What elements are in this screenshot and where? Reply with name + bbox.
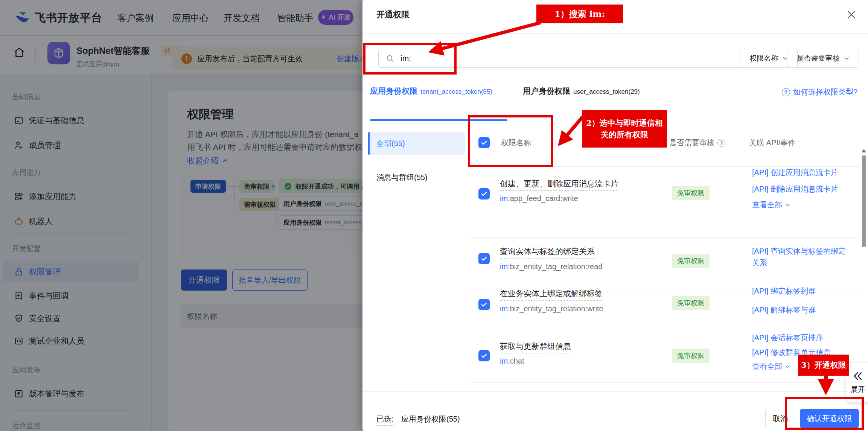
chevron-down-icon xyxy=(785,364,790,369)
review-badge: 免审权限 xyxy=(672,296,710,310)
api-links: [API] 查询实体与标签的绑定关系 xyxy=(752,245,848,269)
column-header-api: 关联 API/事件 xyxy=(749,138,795,148)
double-chevron-left-icon xyxy=(852,370,863,382)
chevron-down-icon xyxy=(785,202,790,208)
annotation-rect-search xyxy=(363,43,457,75)
view-all-link[interactable]: 查看全部 xyxy=(752,200,848,210)
modal-footer-divider xyxy=(362,391,868,392)
selected-value: 应用身份权限(55) xyxy=(401,414,460,424)
category-all[interactable]: 全部(55) xyxy=(368,132,465,155)
permission-scope: im:chat xyxy=(500,357,524,366)
permission-name: 获取与更新群组信息 xyxy=(500,341,571,353)
row-checkbox[interactable] xyxy=(478,253,490,264)
api-links: [API] 绑定标签到群 [API] 解绑标签与群 xyxy=(752,285,848,316)
api-link[interactable]: [API] 会话标签页排序 xyxy=(752,332,848,344)
row-checkbox[interactable] xyxy=(478,350,490,361)
annotation-step3: 3）开通权限 xyxy=(798,355,849,376)
category-messages-groups[interactable]: 消息与群组(55) xyxy=(368,166,465,189)
selected-label: 已选: xyxy=(376,414,394,426)
permission-scope: im:biz_entity_tag_relation:write xyxy=(500,305,603,313)
review-badge: 免审权限 xyxy=(672,186,710,200)
permission-name: 查询实体与标签的绑定关系 xyxy=(500,246,595,259)
row-checkbox[interactable] xyxy=(478,188,490,200)
modal-header-divider xyxy=(362,33,868,34)
review-filter-select[interactable]: 是否需要审核 xyxy=(787,49,859,68)
chevron-down-icon xyxy=(844,55,850,61)
modal-title: 开通权限 xyxy=(376,9,410,20)
column-header-review: 是否需要审核 ? xyxy=(669,138,725,148)
question-circle-icon: ? xyxy=(782,88,790,96)
annotation-rect-select-all xyxy=(468,115,553,167)
api-link[interactable]: [API] 绑定标签到群 xyxy=(752,285,848,297)
api-link[interactable]: [API] 删除应用消息流卡片 xyxy=(752,183,848,195)
review-badge: 免审权限 xyxy=(672,254,710,268)
expand-panel-control[interactable]: 展开 xyxy=(846,363,868,402)
annotation-rect-confirm xyxy=(785,397,864,430)
active-category-bar xyxy=(368,132,370,155)
permission-name: 创建、更新、删除应用消息流卡片 xyxy=(500,178,618,191)
api-link[interactable]: [API] 查询实体与标签的绑定关系 xyxy=(752,245,848,269)
api-link[interactable]: [API] 解绑标签与群 xyxy=(752,304,848,316)
annotation-step1: 1）搜索 im: xyxy=(536,5,623,23)
api-links: [API] 创建应用消息流卡片 [API] 删除应用消息流卡片 查看全部 xyxy=(752,167,848,210)
close-icon[interactable] xyxy=(846,9,857,20)
tab-tenant-permissions[interactable]: 应用身份权限 tenant_access_token(55) xyxy=(370,86,492,96)
review-badge: 免审权限 xyxy=(672,349,710,363)
row-separator xyxy=(468,237,859,238)
question-circle-icon: ? xyxy=(717,139,725,147)
annotation-step2: 2）选中与即时通信相 关的所有权限 xyxy=(582,110,667,148)
screenshot-stage: 飞书开放平台 客户案例 应用中心 开发文档 智能助手 ✦AI 开发 SophNe… xyxy=(0,0,868,431)
permission-scope: im:biz_entity_tag_relation:read xyxy=(500,262,602,271)
row-separator xyxy=(468,382,859,383)
help-choose-type-link[interactable]: ? 如何选择权限类型? xyxy=(782,87,857,97)
scrollbar-thumb[interactable] xyxy=(862,155,866,247)
modal-backdrop[interactable] xyxy=(0,0,362,431)
permission-name: 在业务实体上绑定或解绑标签 xyxy=(500,288,603,301)
expand-label: 展开 xyxy=(851,385,865,394)
tab-user-permissions[interactable]: 用户身份权限 user_access_token(29) xyxy=(523,86,640,96)
permission-scope: im:app_feed_card:write xyxy=(500,194,578,203)
scroll-up-icon[interactable] xyxy=(862,149,866,152)
api-link[interactable]: [API] 创建应用消息流卡片 xyxy=(752,167,848,178)
row-checkbox[interactable] xyxy=(478,299,490,310)
